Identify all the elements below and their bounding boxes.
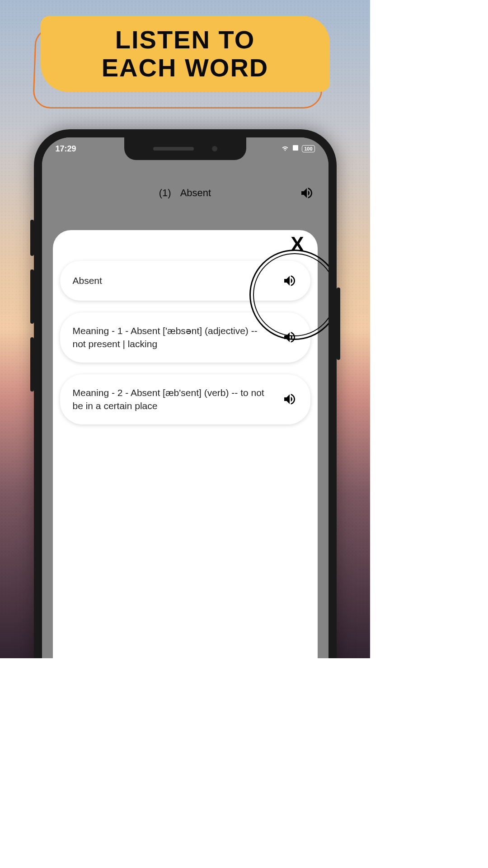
banner-title: LISTEN TO EACH WORD: [102, 26, 269, 81]
word-card: Absent: [60, 261, 310, 301]
svg-rect-0: [293, 145, 298, 151]
phone-screen: 17:29 100 (1) Absent X: [42, 137, 328, 658]
banner-line1: LISTEN TO: [115, 25, 255, 54]
meaning-text-2: Meaning - 2 - Absent [æb'sent] (verb) --…: [73, 386, 272, 413]
phone-side-button: [30, 220, 34, 256]
banner-line2: EACH WORD: [102, 53, 269, 82]
phone-side-button: [30, 269, 34, 324]
signal-icon: [292, 144, 299, 154]
phone-side-button: [337, 288, 340, 360]
meaning-text-1: Meaning - 1 - Absent ['æbsənt] (adjectiv…: [73, 324, 272, 351]
notch-speaker: [153, 147, 194, 151]
close-button[interactable]: X: [291, 233, 304, 255]
notch-camera: [212, 146, 217, 151]
speaker-icon[interactable]: [282, 329, 298, 345]
promo-banner: LISTEN TO EACH WORD: [41, 16, 330, 104]
phone-notch: [124, 137, 246, 160]
banner-fill: LISTEN TO EACH WORD: [41, 16, 330, 92]
card-word-text: Absent: [73, 274, 272, 287]
status-time: 17:29: [56, 144, 76, 154]
phone-side-button: [30, 337, 34, 392]
speaker-icon[interactable]: [282, 273, 298, 289]
speaker-icon[interactable]: [282, 391, 298, 407]
phone-frame: 17:29 100 (1) Absent X: [34, 129, 337, 658]
wifi-icon: [281, 144, 289, 154]
status-right: 100: [281, 144, 314, 154]
meaning-card: Meaning - 1 - Absent ['æbsənt] (adjectiv…: [60, 312, 310, 363]
battery-indicator: 100: [302, 145, 314, 152]
word-detail-modal: X Absent Meaning - 1 - Absent ['æbsənt] …: [53, 230, 318, 658]
meaning-card: Meaning - 2 - Absent [æb'sent] (verb) --…: [60, 374, 310, 425]
